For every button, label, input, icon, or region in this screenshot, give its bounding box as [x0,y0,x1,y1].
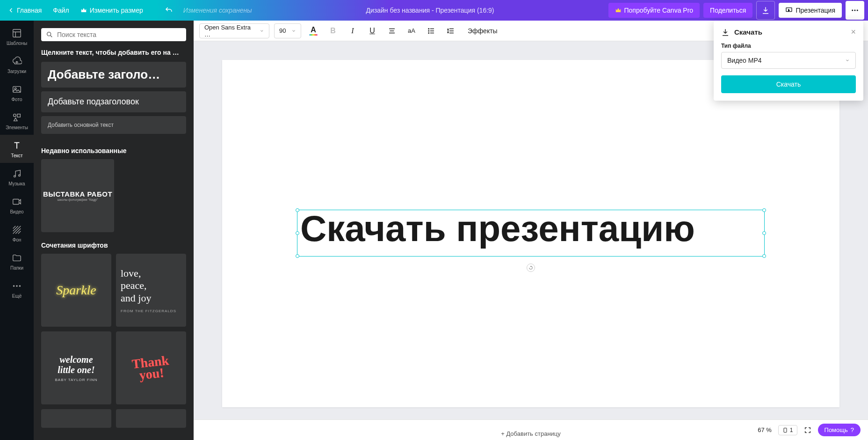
bold-button[interactable]: B [326,23,340,38]
rotate-icon [528,265,533,270]
font-combo-more-1[interactable] [41,409,111,428]
resize-handle-br[interactable] [762,254,766,258]
rail-uploads[interactable]: Загрузки [0,51,34,79]
download-icon [761,6,770,15]
click-to-add-hint: Щелкните текст, чтобы добавить его на … [41,49,186,56]
add-page-button[interactable]: + Добавить страницу [501,430,561,437]
text-content[interactable]: Скачать презентацию [297,210,764,247]
rail-elements[interactable]: Элементы [0,107,34,135]
rotate-handle[interactable] [527,264,535,272]
canvas-scroll[interactable]: Скачать презентацию [194,41,868,440]
rail-music[interactable]: Музыка [0,163,34,191]
font-combo-welcome[interactable]: welcome little one! BABY TAYLOR FINN [41,331,111,404]
welcome-text: welcome little one! [58,354,94,375]
rail-templates[interactable]: Шаблоны [0,22,34,51]
text-icon [12,140,22,151]
more-menu-button[interactable] [846,1,864,20]
rail-folders-label: Папки [10,265,23,271]
font-combo-more-2[interactable] [116,409,186,428]
resize-handle-bl[interactable] [296,254,299,258]
add-body-button[interactable]: Добавить основной текст [41,116,186,134]
video-icon [12,197,22,207]
resize-handle-l[interactable] [296,231,299,235]
help-button[interactable]: Помощь ? [818,424,861,436]
file-type-value: Видео MP4 [727,57,762,64]
rail-text[interactable]: Текст [0,135,34,163]
rail-more[interactable]: Ещё [0,275,34,303]
svg-rect-4 [13,29,21,37]
top-bar: Главная Файл Изменить размер Изменения с… [0,0,868,21]
font-combo-thanks[interactable]: Thank you! [116,331,186,404]
add-heading-button[interactable]: Добавьте заголо… [41,62,186,88]
slide[interactable]: Скачать презентацию [222,60,839,407]
undo-button[interactable] [160,3,178,17]
font-family-select[interactable]: Open Sans Extra … [199,23,269,38]
music-icon [12,169,22,179]
rail-text-label: Текст [11,153,22,158]
search-input[interactable] [57,31,181,38]
resize-menu[interactable]: Изменить размер [76,4,148,17]
photo-icon [12,84,22,95]
resize-handle-tr[interactable] [762,208,766,212]
font-combo-sparkle[interactable]: Sparkle [41,254,111,327]
popover-header: Скачать × [721,27,856,37]
page-indicator[interactable]: 1 [778,425,797,435]
rail-photos-label: Фото [12,97,22,102]
upload-icon [12,56,22,66]
document-title[interactable]: Дизайн без названия - Презентация (16:9) [252,7,608,14]
download-button[interactable] [756,1,775,20]
top-left-group: Главная Файл Изменить размер Изменения с… [4,3,252,17]
welcome-subtext: BABY TAYLOR FINN [55,378,98,382]
bottom-bar: + Добавить страницу 67 % 1 Помощь ? [194,419,868,440]
share-button[interactable]: Поделиться [703,3,752,18]
present-label: Презентация [796,7,835,14]
selected-text-box[interactable]: Скачать презентацию [297,210,765,257]
try-pro-button[interactable]: Попробуйте Canva Pro [608,3,700,18]
recent-text-card[interactable]: ВЫСТАВКА РАБОТ школы фотографии "Кадр" [41,159,114,232]
underline-button[interactable]: U [365,23,380,38]
page-number: 1 [790,427,793,433]
saved-status: Изменения сохранены [183,7,252,14]
effects-button[interactable]: Эффекты [463,24,502,37]
svg-point-15 [47,32,51,36]
svg-point-7 [14,114,16,117]
chevron-down-icon [291,29,296,33]
zoom-level[interactable]: 67 % [758,426,772,433]
fullscreen-icon [804,426,811,434]
side-panel: Щелкните текст, чтобы добавить его на … … [34,21,194,440]
text-color-button[interactable]: A [306,23,321,38]
svg-point-12 [13,285,15,287]
rail-video[interactable]: Видео [0,191,34,219]
list-icon [427,27,435,35]
file-type-label: Тип файла [721,43,856,49]
case-button[interactable]: aA [404,23,419,38]
download-confirm-button[interactable]: Скачать [721,75,856,93]
file-type-select[interactable]: Видео MP4 [721,52,856,69]
rail-background[interactable]: Фон [0,219,34,247]
file-menu[interactable]: Файл [48,4,73,17]
help-label: Помощь [825,426,848,433]
resize-handle-r[interactable] [762,231,766,235]
crown-icon [80,7,87,14]
svg-rect-19 [784,428,787,432]
thanks-text: Thank you! [131,354,171,381]
italic-button[interactable]: I [345,23,360,38]
recent-section-title: Недавно использованные [41,147,186,154]
svg-rect-11 [13,199,19,204]
font-size-select[interactable]: 90 [274,23,301,38]
recent-card-subtitle: школы фотографии "Кадр" [58,198,98,201]
present-button[interactable]: Презентация [779,3,842,18]
home-button[interactable]: Главная [4,4,46,17]
spacing-button[interactable] [443,23,458,38]
search-box[interactable] [41,28,186,41]
resize-handle-tl[interactable] [296,208,299,212]
rail-photos[interactable]: Фото [0,79,34,107]
font-combo-love[interactable]: love, peace, and joy FROM THE FITZGERALD… [116,254,186,327]
rail-uploads-label: Загрузки [7,69,26,74]
list-button[interactable] [424,23,439,38]
fullscreen-button[interactable] [804,426,811,434]
align-button[interactable] [384,23,399,38]
rail-folders[interactable]: Папки [0,247,34,275]
add-subheading-button[interactable]: Добавьте подзаголовок [41,91,186,112]
popover-close-button[interactable]: × [851,27,856,37]
